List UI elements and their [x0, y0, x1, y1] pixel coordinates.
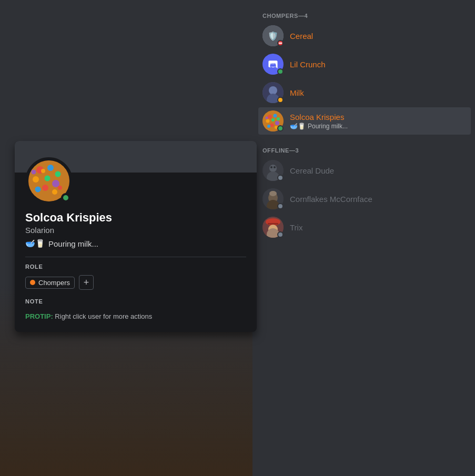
- trix-info: Trix: [290, 223, 467, 232]
- svg-point-16: [266, 117, 268, 119]
- svg-rect-28: [268, 223, 278, 225]
- cereal-status-dnd: [277, 40, 284, 46]
- svg-point-11: [275, 121, 279, 125]
- svg-point-34: [55, 171, 61, 177]
- profile-popup: Solcoa Krispies Solarion 🥣🥛 Pouring milk…: [15, 141, 257, 332]
- svg-point-15: [271, 118, 275, 121]
- cornflakes-avatar-wrap: [262, 188, 284, 209]
- milk-status-idle: [277, 97, 284, 103]
- lilcrunch-status-online: [277, 68, 284, 75]
- cereal-name: Cereal: [290, 32, 467, 40]
- solcoa-name: Solcoa Krispies: [290, 113, 467, 121]
- profile-body: Solcoa Krispies Solarion 🥣🥛 Pouring milk…: [15, 173, 257, 332]
- svg-point-4: [269, 86, 277, 95]
- svg-point-41: [32, 170, 36, 175]
- svg-point-7: [268, 115, 272, 119]
- protip-row: PROTIP: Right click user for more action…: [25, 312, 246, 321]
- member-item-milk[interactable]: Milk: [258, 79, 471, 106]
- svg-point-37: [42, 185, 48, 191]
- role-list: Chompers +: [25, 275, 246, 290]
- profile-status-dot: [61, 193, 70, 202]
- svg-point-13: [267, 125, 270, 128]
- discord-logo-icon: [267, 59, 279, 69]
- svg-point-10: [266, 119, 270, 123]
- cereal-dude-status: [277, 175, 284, 181]
- svg-point-42: [58, 186, 62, 190]
- profile-activity-text: Pouring milk...: [48, 239, 98, 248]
- svg-point-40: [45, 176, 50, 181]
- milk-member-info: Milk: [290, 88, 467, 97]
- cereal-member-info: Cereal: [290, 32, 467, 40]
- solcoa-activity-icon: 🥣🥛: [290, 123, 306, 130]
- role-badge-chompers: Chompers: [25, 277, 75, 289]
- cereal-dude-avatar-wrap: [262, 160, 284, 181]
- profile-activity: 🥣🥛 Pouring milk...: [25, 239, 246, 248]
- trix-name: Trix: [290, 223, 467, 232]
- svg-text:🛡️: 🛡️: [268, 31, 278, 41]
- note-section: NOTE: [25, 298, 246, 305]
- svg-point-18: [269, 165, 277, 172]
- member-item-trix[interactable]: Trix: [258, 214, 471, 241]
- profile-divider: [25, 257, 246, 257]
- lilcrunch-name: Lil Crunch: [290, 60, 467, 69]
- member-item-cereal-dude[interactable]: Cereal Dude: [258, 157, 471, 184]
- cereal-avatar-wrap: 🛡️: [262, 25, 284, 46]
- milk-avatar-wrap: [262, 82, 284, 103]
- svg-point-21: [274, 166, 276, 168]
- lilcrunch-avatar-wrap: [262, 54, 284, 75]
- svg-point-38: [35, 187, 41, 193]
- member-item-solcoa[interactable]: Solcoa Krispies 🥣🥛 Pouring milk...: [258, 107, 471, 135]
- role-section-label: ROLE: [25, 264, 246, 270]
- lilcrunch-member-info: Lil Crunch: [290, 60, 467, 69]
- trix-status: [277, 231, 284, 238]
- protip-label: PROTIP:: [25, 312, 53, 320]
- svg-point-43: [41, 169, 45, 173]
- profile-name: Solcoa Krispies: [25, 211, 246, 225]
- milk-name: Milk: [290, 88, 467, 97]
- cereal-dude-name: Cereal Dude: [290, 166, 467, 175]
- member-list: CHOMPERS—4 🛡️ Cereal: [254, 0, 475, 476]
- svg-point-36: [52, 180, 59, 187]
- profile-activity-icon: 🥣🥛: [25, 239, 45, 248]
- svg-rect-2: [279, 43, 282, 44]
- role-add-button[interactable]: +: [79, 275, 94, 290]
- svg-point-25: [269, 191, 277, 196]
- profile-discriminator: Solarion: [25, 226, 246, 235]
- svg-point-12: [270, 124, 274, 127]
- trix-avatar-wrap: [262, 217, 284, 238]
- svg-point-35: [33, 176, 39, 183]
- role-badge-label: Chompers: [38, 279, 70, 287]
- cornflakes-status: [277, 203, 284, 209]
- note-label: NOTE: [25, 298, 246, 305]
- role-dot-chompers: [30, 280, 35, 285]
- solcoa-activity: 🥣🥛 Pouring milk...: [290, 123, 467, 130]
- solcoa-status-online: [277, 125, 284, 131]
- cornflakes-info: Cornflakes McCornface: [290, 195, 467, 204]
- protip-text: Right click user for more actions: [55, 312, 152, 320]
- svg-point-39: [52, 189, 57, 195]
- profile-avatar-wrap: [25, 157, 73, 205]
- member-item-cereal[interactable]: 🛡️ Cereal: [258, 22, 471, 49]
- member-item-lilcrunch[interactable]: Lil Crunch: [258, 50, 471, 78]
- svg-point-33: [47, 165, 54, 171]
- solcoa-avatar-wrap: [262, 110, 284, 131]
- svg-point-8: [274, 114, 277, 118]
- solcoa-member-info: Solcoa Krispies 🥣🥛 Pouring milk...: [290, 113, 467, 130]
- cornflakes-name: Cornflakes McCornface: [290, 195, 467, 204]
- offline-section-header: OFFLINE—3: [258, 143, 471, 157]
- chompers-section-header: CHOMPERS—4: [258, 8, 471, 22]
- solcoa-activity-text: Pouring milk...: [308, 123, 348, 130]
- cereal-dude-info: Cereal Dude: [290, 166, 467, 175]
- member-item-cornflakes[interactable]: Cornflakes McCornface: [258, 185, 471, 212]
- svg-point-9: [277, 117, 280, 120]
- svg-point-20: [270, 166, 272, 168]
